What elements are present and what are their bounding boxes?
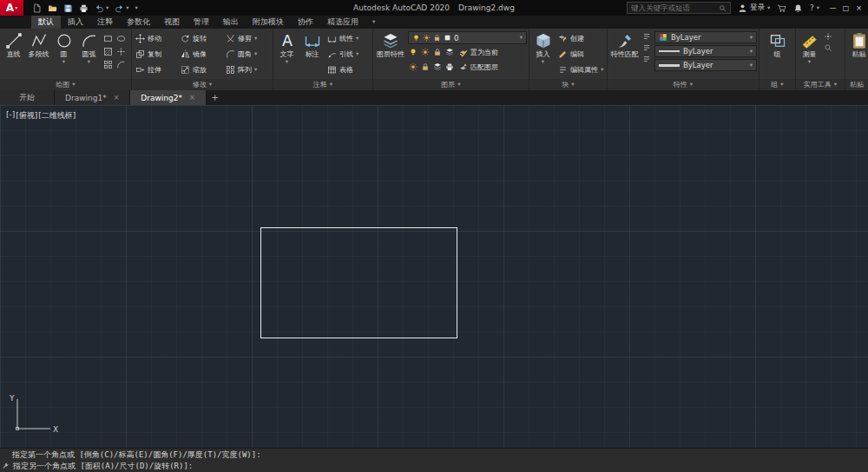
id-point-button[interactable]	[823, 43, 833, 53]
layer-lock-button[interactable]	[432, 47, 443, 57]
edit-attributes-button[interactable]: 编辑属性▾	[556, 62, 605, 77]
object-color-dropdown[interactable]: ByLayer ▾	[654, 31, 757, 43]
close-tab-icon[interactable]: ×	[114, 94, 120, 102]
sign-in-button[interactable]: 登录 ▾	[738, 3, 770, 13]
match-layer-button[interactable]: 匹配图层	[457, 60, 500, 75]
viewport-menu-control[interactable]: [-]	[6, 110, 15, 121]
viewport-visual-style-control[interactable]: [二维线框]	[38, 110, 76, 121]
drawn-rectangle[interactable]	[260, 227, 457, 338]
rotate-tool[interactable]: 旋转	[179, 31, 224, 46]
app-menu-button[interactable]: A ▾	[0, 0, 23, 16]
layer-unlock-button[interactable]	[420, 62, 431, 72]
layer-plot-button[interactable]	[444, 62, 455, 72]
panel-label-annotation[interactable]: 注释 ▾	[273, 79, 372, 90]
mirror-tool[interactable]: 镜像	[179, 47, 224, 62]
array-tool[interactable]: 阵列▾	[224, 62, 269, 77]
redo-button[interactable]: ▾	[115, 3, 128, 13]
rectangle-tool[interactable]	[102, 33, 114, 44]
new-file-button[interactable]	[32, 3, 42, 13]
copy-tool[interactable]: 复制	[134, 47, 179, 62]
layer-properties-tool[interactable]: 图层特性	[375, 30, 406, 79]
help-button[interactable]: ?▾	[810, 3, 819, 12]
panel-label-clipboard[interactable]: 粘贴	[845, 79, 868, 90]
edit-block-button[interactable]: 编辑	[556, 47, 605, 62]
maximize-button[interactable]: □	[839, 0, 852, 16]
fillet-tool[interactable]: 圆角▾	[224, 47, 269, 62]
polyline-tool[interactable]: 多段线	[27, 30, 50, 79]
command-prompt-line[interactable]: 指定另一个角点或 [面积(A)/尺寸(D)/旋转(R)]:	[0, 461, 868, 472]
layer-isolate-button[interactable]	[420, 47, 431, 57]
circle-tool[interactable]: 圆 ▾	[52, 30, 76, 79]
save-button[interactable]	[63, 3, 73, 13]
search-input[interactable]	[631, 3, 715, 12]
layer-thaw-button[interactable]	[408, 62, 418, 72]
set-current-layer-button[interactable]: 置为当前	[457, 45, 500, 60]
file-tab-start[interactable]: 开始	[0, 90, 55, 105]
layer-dropdown[interactable]: 0 ▾	[408, 31, 527, 44]
table-tool[interactable]: 表格	[326, 62, 360, 77]
properties-list-icon[interactable]	[641, 31, 652, 42]
create-block-button[interactable]: 创建	[556, 31, 605, 46]
panel-label-draw[interactable]: 绘图 ▾	[0, 79, 131, 90]
leader-tool[interactable]: 引线▾	[326, 47, 360, 62]
layer-off-button[interactable]	[408, 47, 418, 57]
file-tab-drawing2[interactable]: Drawing2* ×	[130, 90, 206, 105]
stretch-tool[interactable]: 拉伸	[134, 62, 179, 77]
close-tab-icon[interactable]: ×	[189, 94, 195, 102]
app-store-button[interactable]	[777, 3, 786, 13]
ribbon-tab-home[interactable]: 默认	[31, 16, 61, 29]
panel-label-block[interactable]: 块 ▾	[529, 79, 607, 90]
region-tool[interactable]	[102, 59, 114, 70]
viewport-view-control[interactable]: [俯视]	[16, 110, 37, 121]
file-tab-drawing1[interactable]: Drawing1* ×	[55, 90, 130, 105]
ribbon-tab-output[interactable]: 输出	[216, 16, 246, 29]
lineweight-dropdown[interactable]: ByLayer ▾	[654, 59, 757, 71]
ribbon-tab-annotate[interactable]: 注释	[90, 16, 120, 29]
insert-block-tool[interactable]: 插入 ▾	[531, 30, 555, 79]
qat-customize-button[interactable]: ▾	[135, 5, 138, 11]
hatch-tool[interactable]	[102, 46, 114, 57]
ribbon-tab-manage[interactable]: 管理	[187, 16, 216, 29]
new-drawing-button[interactable]: +	[207, 90, 224, 105]
panel-label-utilities[interactable]: 实用工具 ▾	[796, 79, 845, 90]
ribbon-tab-parametric[interactable]: 参数化	[120, 16, 157, 29]
panel-label-modify[interactable]: 修改 ▾	[132, 79, 273, 90]
layer-walk-button[interactable]	[432, 62, 443, 72]
panel-label-layers[interactable]: 图层 ▾	[373, 79, 529, 90]
trim-tool[interactable]: 修剪▾	[224, 31, 269, 46]
close-button[interactable]: ×	[852, 0, 865, 16]
command-customize-icon[interactable]	[2, 462, 10, 470]
undo-button[interactable]: ▾	[95, 3, 108, 13]
linetype-list-icon[interactable]	[641, 43, 652, 53]
lineweight-list-icon[interactable]	[641, 54, 652, 64]
spline-tool[interactable]	[115, 59, 127, 70]
panel-label-groups[interactable]: 组 ▾	[760, 79, 795, 90]
minimize-button[interactable]: —	[826, 0, 839, 16]
ribbon-tab-featured-apps[interactable]: 精选应用	[320, 16, 365, 29]
point-tool[interactable]	[115, 46, 127, 57]
measure-tool[interactable]: 测量 ▾	[798, 30, 821, 79]
group-tool[interactable]: 组	[766, 30, 789, 79]
scale-tool[interactable]: 缩放	[179, 62, 224, 77]
ribbon-collapse-button[interactable]: ▾	[372, 19, 375, 25]
open-file-button[interactable]	[48, 3, 57, 13]
drawing-canvas[interactable]: [-] [俯视] [二维线框] Y X	[0, 105, 868, 448]
linear-dimension-tool[interactable]: 线性▾	[326, 31, 360, 46]
paste-tool[interactable]: 粘贴	[847, 30, 868, 79]
panel-label-properties[interactable]: 特性 ▾	[608, 79, 759, 90]
ellipse-tool[interactable]	[115, 33, 127, 44]
line-tool[interactable]: 直线	[2, 30, 25, 79]
layer-freeze-button[interactable]	[444, 47, 455, 57]
quick-select-button[interactable]	[823, 31, 833, 42]
linetype-dropdown[interactable]: ByLayer ▾	[654, 45, 757, 57]
ribbon-tab-addins[interactable]: 附加模块	[246, 16, 291, 29]
help-search-box[interactable]	[627, 2, 731, 14]
move-tool[interactable]: 移动	[134, 31, 179, 46]
match-properties-tool[interactable]: 特性匹配	[609, 30, 640, 79]
dimension-tool[interactable]: 标注	[300, 30, 324, 79]
ribbon-tab-insert[interactable]: 插入	[61, 16, 90, 29]
arc-tool[interactable]: 圆弧 ▾	[77, 30, 101, 79]
text-tool[interactable]: 文字 ▾	[275, 30, 299, 79]
ucs-icon[interactable]: Y X	[3, 390, 59, 439]
ribbon-tab-collaborate[interactable]: 协作	[291, 16, 320, 29]
